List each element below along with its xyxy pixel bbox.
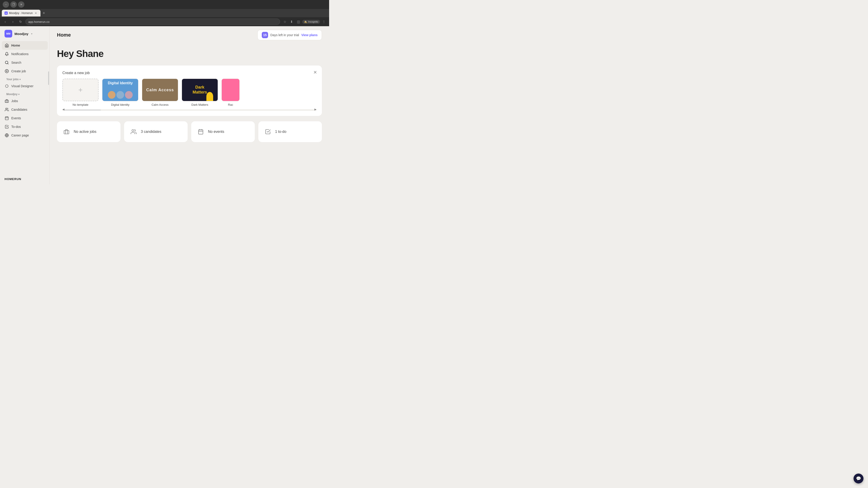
stat-calendar-icon (197, 128, 205, 136)
tab-bar: M Moodjoy · Homerun ✕ + (0, 9, 329, 17)
sidebar-item-visual-designer[interactable]: Visual Designer (2, 82, 48, 90)
stat-people-icon (129, 128, 138, 136)
your-jobs-section: Your jobs ▾ (2, 75, 48, 82)
people-icon (4, 107, 9, 112)
template-item-no-template[interactable]: + No template (62, 78, 98, 106)
your-jobs-chevron-icon: ▾ (20, 78, 21, 80)
menu-btn[interactable]: ⋮ (321, 19, 327, 25)
stat-card-events[interactable]: No events (191, 121, 255, 142)
home-icon (4, 43, 9, 48)
sidebar-item-home[interactable]: Home (2, 41, 48, 50)
sidebar-item-home-label: Home (11, 43, 20, 47)
forward-btn[interactable]: › (10, 19, 16, 25)
sidebar-item-todos-label: To-dos (11, 125, 21, 129)
tmpl-di-title: Digital Identity (105, 81, 136, 85)
active-tab[interactable]: M Moodjoy · Homerun ✕ (2, 10, 40, 17)
url-bar[interactable]: app.homerun.co (25, 19, 280, 25)
template-item-dark-matters[interactable]: DarkMatters Dark Matters (182, 78, 218, 106)
trial-text: Days left in your trial (270, 33, 299, 37)
template-item-digital-identity[interactable]: Digital Identity Digital Identity (102, 78, 138, 106)
templates-scroll: + No template Digital Identity (62, 78, 316, 106)
page-title: Home (57, 32, 71, 38)
sidebar-item-events[interactable]: Events (2, 114, 48, 123)
visual-designer-icon (4, 84, 9, 88)
stat-candidates-label: 3 candidates (141, 130, 161, 134)
create-job-close-btn[interactable]: ✕ (312, 69, 318, 75)
template-label-no-template: No template (72, 103, 88, 106)
incognito-label: Incognito (308, 20, 318, 23)
search-icon (4, 60, 9, 65)
sidebar: MM Moodjoy ▾ Home (0, 26, 50, 184)
extension-btn[interactable]: ◫ (296, 19, 301, 25)
download-btn[interactable]: ⬇ (289, 19, 294, 25)
template-thumb-empty: + (62, 78, 98, 101)
sidebar-item-create-job[interactable]: Create job (2, 67, 48, 75)
incognito-badge: 🕵 Incognito (302, 20, 320, 24)
svg-rect-14 (64, 131, 69, 134)
sidebar-item-notifications[interactable]: Notifications (2, 50, 48, 58)
browser-actions: ☆ ⬇ ◫ 🕵 Incognito ⋮ (282, 19, 327, 25)
main-content: Home 15 Days left in your trial View pla… (50, 26, 329, 184)
stat-card-todos[interactable]: 1 to-do (258, 121, 322, 142)
window-maximize-btn[interactable]: ❐ (10, 1, 17, 8)
view-plans-button[interactable]: View plans (301, 33, 318, 37)
tmpl-photo-1 (108, 91, 116, 99)
url-text: app.homerun.co (28, 20, 50, 24)
tab-close-btn[interactable]: ✕ (34, 11, 38, 15)
svg-rect-8 (5, 117, 8, 120)
sidebar-item-create-job-label: Create job (11, 69, 26, 73)
template-item-calm-access[interactable]: Calm Access Calm Access (142, 78, 178, 106)
tab-title: Moodjoy · Homerun (9, 11, 33, 15)
briefcase-icon (4, 99, 9, 103)
template-thumb-calm-access: Calm Access (142, 78, 178, 101)
tmpl-dm-text: DarkMatters (193, 85, 207, 95)
templates-scrollbar-container: ◀ ▶ (62, 109, 316, 110)
templates-scrollbar[interactable] (62, 109, 316, 110)
stat-jobs-label: No active jobs (74, 130, 96, 134)
template-item-partial[interactable]: Rac (221, 78, 240, 106)
globe-icon (4, 133, 9, 138)
sidebar-item-career-page[interactable]: Career page (2, 131, 48, 140)
greeting: Hey Shane (57, 48, 322, 59)
tmpl-di-photos (105, 91, 136, 99)
templates-scrollbar-thumb (65, 109, 101, 110)
avatar: MM (4, 30, 12, 37)
top-bar: Home 15 Days left in your trial View pla… (50, 26, 329, 44)
sidebar-item-jobs[interactable]: Jobs (2, 97, 48, 105)
sidebar-item-search-label: Search (11, 61, 21, 64)
template-thumb-digital-identity: Digital Identity (102, 78, 138, 101)
window-controls[interactable]: − ❐ ✕ (3, 1, 24, 8)
address-bar-row: ‹ › ↻ app.homerun.co ☆ ⬇ ◫ 🕵 Incognito ⋮ (0, 17, 329, 26)
moodjoy-section-label: Moodjoy (6, 93, 18, 96)
window-close-btn[interactable]: ✕ (18, 1, 24, 8)
org-header[interactable]: MM Moodjoy ▾ (0, 26, 50, 41)
checkbox-icon (4, 125, 9, 129)
stat-card-candidates[interactable]: 3 candidates (124, 121, 188, 142)
your-jobs-label: Your jobs (6, 78, 19, 81)
svg-rect-16 (198, 130, 203, 134)
sidebar-scrollbar[interactable] (48, 71, 49, 85)
scroll-right-btn[interactable]: ▶ (314, 108, 316, 111)
new-tab-btn[interactable]: + (41, 11, 46, 15)
svg-line-1 (7, 63, 8, 64)
window-minimize-btn[interactable]: − (3, 1, 9, 8)
bookmark-btn[interactable]: ☆ (282, 19, 288, 25)
create-job-title: Create a new job (62, 71, 316, 75)
sidebar-item-todos[interactable]: To-dos (2, 123, 48, 131)
sidebar-item-search[interactable]: Search (2, 58, 48, 67)
template-thumb-dark-matters: DarkMatters (182, 78, 218, 101)
tmpl-photo-3 (125, 91, 133, 99)
stat-checkbox-icon (264, 128, 272, 136)
tmpl-ca-text: Calm Access (146, 88, 174, 92)
trial-badge: 15 Days left in your trial View plans (257, 30, 322, 40)
content-area: Hey Shane Create a new job ✕ + No templa… (50, 44, 329, 184)
refresh-btn[interactable]: ↻ (18, 19, 24, 25)
svg-rect-6 (5, 100, 8, 103)
sidebar-item-career-page-label: Career page (11, 133, 29, 137)
bell-icon (4, 52, 9, 56)
back-btn[interactable]: ‹ (2, 19, 8, 25)
scroll-left-btn[interactable]: ◀ (62, 108, 64, 111)
sidebar-nav: Home Notifications Searc (0, 41, 50, 174)
sidebar-item-candidates[interactable]: Candidates (2, 105, 48, 114)
stat-card-jobs[interactable]: No active jobs (57, 121, 121, 142)
